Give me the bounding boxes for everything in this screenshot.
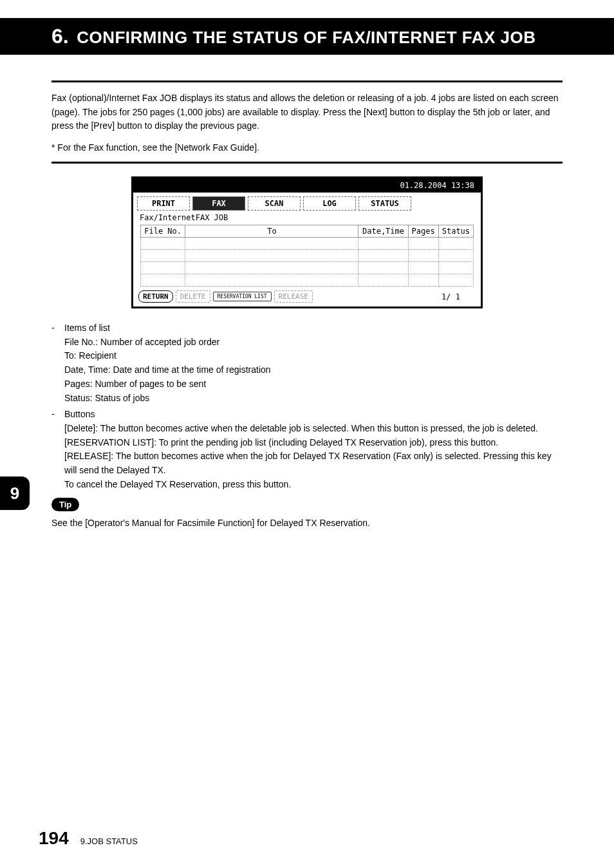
item-line: File No.: Number of accepted job order — [64, 335, 563, 350]
page-footer: 194 9.JOB STATUS — [39, 828, 138, 849]
tab-print[interactable]: PRINT — [137, 196, 190, 211]
pager-label: 1/ 1 — [442, 292, 476, 301]
table-row — [140, 238, 473, 250]
item-line: Pages: Number of pages to be sent — [64, 377, 563, 392]
side-chapter-tab: 9 — [0, 476, 30, 510]
intro-paragraph: Fax (optional)/Internet Fax JOB displays… — [51, 91, 563, 133]
device-job-table: File No. To Date,Time Pages Status — [140, 225, 474, 287]
col-to: To — [185, 225, 358, 238]
list-buttons: - Buttons [Delete]: The button becomes a… — [51, 408, 563, 491]
reservation-list-button[interactable]: RESERVATION LIST — [213, 292, 272, 301]
chapter-title: CONFIRMING THE STATUS OF FAX/INTERNET FA… — [77, 28, 535, 47]
tip-badge: Tip — [51, 498, 79, 511]
buttons-heading: Buttons — [64, 408, 563, 422]
tab-fax[interactable]: FAX — [192, 196, 245, 211]
button-desc-line: To cancel the Delayed TX Reservation, pr… — [64, 478, 563, 492]
device-datetime: 01.28.2004 13:38 — [133, 178, 481, 193]
tab-log[interactable]: LOG — [303, 196, 356, 211]
bullet: - — [51, 408, 64, 491]
col-status: Status — [438, 225, 474, 238]
bullet: - — [51, 321, 64, 405]
footer-section-label: 9.JOB STATUS — [80, 836, 138, 846]
tab-status[interactable]: STATUS — [358, 196, 411, 211]
return-button[interactable]: RETURN — [138, 290, 173, 303]
col-datetime: Date,Time — [358, 225, 408, 238]
chapter-number: 6. — [51, 24, 69, 48]
button-desc-line: [RESERVATION LIST]: To print the pending… — [64, 436, 563, 450]
chapter-header: 6. CONFIRMING THE STATUS OF FAX/INTERNET… — [0, 18, 614, 55]
button-desc-line: [Delete]: The button becomes active when… — [64, 422, 563, 436]
delete-button[interactable]: DELETE — [176, 290, 210, 303]
table-row — [140, 250, 473, 262]
col-fileno: File No. — [140, 225, 185, 238]
list-items-of-list: - Items of list File No.: Number of acce… — [51, 321, 563, 405]
rule-bottom — [51, 162, 563, 164]
device-screenshot: 01.28.2004 13:38 PRINT FAX SCAN LOG STAT… — [51, 176, 563, 308]
table-row — [140, 274, 473, 287]
item-line: Status: Status of jobs — [64, 392, 563, 406]
tab-scan[interactable]: SCAN — [248, 196, 301, 211]
device-tab-row: PRINT FAX SCAN LOG STATUS — [133, 193, 481, 212]
button-desc-line: [RELEASE]: The button becomes active whe… — [64, 449, 563, 477]
device-button-row: RETURN DELETE RESERVATION LIST RELEASE 1… — [133, 287, 481, 307]
note-line: * For the Fax function, see the [Network… — [51, 142, 563, 153]
item-line: Date, Time: Date and time at the time of… — [64, 363, 563, 377]
page-number: 194 — [39, 828, 69, 849]
items-heading: Items of list — [64, 321, 563, 335]
release-button[interactable]: RELEASE — [274, 290, 313, 303]
col-pages: Pages — [408, 225, 438, 238]
device-subtitle: Fax/InternetFAX JOB — [133, 212, 481, 223]
table-header-row: File No. To Date,Time Pages Status — [140, 225, 473, 238]
tip-text: See the [Operator's Manual for Facsimile… — [51, 516, 563, 531]
rule-top — [51, 80, 563, 82]
item-line: To: Recipient — [64, 349, 563, 363]
table-row — [140, 262, 473, 274]
